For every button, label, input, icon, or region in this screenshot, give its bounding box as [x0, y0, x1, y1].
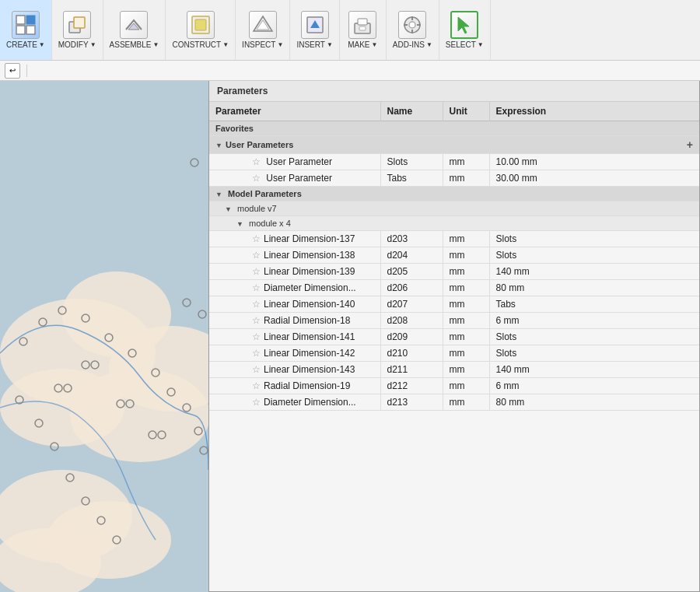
svg-rect-14 [359, 26, 366, 30]
unit-cell-1: mm [443, 247, 489, 264]
star-icon-11[interactable]: ☆ [252, 364, 261, 375]
user-param-row-2[interactable]: ☆ User Parameter Tabs mm 30.00 mm [209, 170, 699, 187]
module-v7-section: ▼ module v7 [209, 201, 699, 216]
toolbar-construct[interactable]: CONSTRUCT ▼ [166, 0, 236, 60]
assemble-icon [120, 11, 148, 39]
param-cell-5: ☆Radial Dimension-18 [209, 313, 380, 329]
module-x4-section: ▼ module x 4 [209, 216, 699, 231]
expr-cell-1: Slots [489, 247, 699, 264]
create-text: CREATE [6, 40, 37, 49]
create-label: CREATE ▼ [6, 40, 45, 49]
table-row[interactable]: ☆Linear Dimension-141 d209 mm Slots [209, 329, 699, 345]
name-cell-10: d213 [380, 394, 443, 411]
inspect-label: INSPECT ▼ [242, 40, 283, 49]
model-params-section: ▼ Model Parameters [209, 187, 699, 201]
unit-cell-2: mm [443, 264, 489, 280]
svg-rect-2 [16, 26, 25, 34]
svg-point-91 [200, 447, 208, 454]
add-user-param-button[interactable]: + [687, 138, 693, 151]
expr-cell-3: 80 mm [489, 280, 699, 296]
toolbar-inspect[interactable]: INSPECT ▼ [236, 0, 290, 60]
addins-arrow: ▼ [426, 41, 432, 48]
toolbar-assemble[interactable]: ASSEMBLE ▼ [103, 0, 166, 60]
modify-icon [63, 11, 91, 39]
table-row[interactable]: ☆Linear Dimension-137 d203 mm Slots [209, 231, 699, 247]
toolbar-create[interactable]: CREATE ▼ [0, 0, 52, 60]
svg-point-117 [183, 299, 191, 307]
unit-cell-5: mm [443, 313, 489, 329]
unit-cell-0: mm [443, 231, 489, 247]
toolbar-insert[interactable]: INSERT ▼ [290, 0, 339, 60]
star-icon-6[interactable]: ☆ [252, 282, 261, 293]
svg-rect-1 [26, 16, 35, 24]
expr-cell-6: Slots [489, 329, 699, 345]
secondary-toolbar: ↩ [0, 61, 700, 81]
param-cell-7: ☆Linear Dimension-142 [209, 345, 380, 362]
star-icon-3[interactable]: ☆ [252, 233, 261, 244]
toolbar-modify[interactable]: MODIFY ▼ [52, 0, 103, 60]
param-cell-10: ☆Diameter Dimension... [209, 394, 380, 411]
param-cell-9: ☆Radial Dimension-19 [209, 378, 380, 394]
make-arrow: ▼ [372, 41, 378, 48]
table-row[interactable]: ☆Linear Dimension-138 d204 mm Slots [209, 247, 699, 264]
toolbar-select[interactable]: SELECT ▼ [439, 0, 491, 60]
toolbar2-divider [26, 65, 27, 77]
star-icon-9[interactable]: ☆ [252, 331, 261, 342]
model-params-chevron: ▼ [215, 191, 222, 198]
param-cell-4: ☆Linear Dimension-140 [209, 296, 380, 313]
table-row[interactable]: ☆Radial Dimension-19 d212 mm 6 mm [209, 378, 699, 394]
select-label: SELECT ▼ [446, 40, 484, 49]
params-table: Parameter Name Unit Expression Favorites… [209, 102, 699, 411]
make-label: MAKE ▼ [348, 40, 377, 49]
svg-point-116 [198, 310, 206, 318]
star-icon-8[interactable]: ☆ [252, 315, 261, 326]
star-icon-12[interactable]: ☆ [252, 380, 261, 391]
table-row[interactable]: ☆Radial Dimension-18 d208 mm 6 mm [209, 313, 699, 329]
insert-text: INSERT [296, 40, 325, 49]
construct-label: CONSTRUCT ▼ [172, 40, 229, 49]
unit-cell-7: mm [443, 345, 489, 362]
star-icon-2[interactable]: ☆ [252, 173, 261, 184]
table-row[interactable]: ☆Diameter Dimension... d206 mm 80 mm [209, 280, 699, 296]
name-cell-2: d205 [380, 264, 443, 280]
svg-rect-18 [411, 30, 413, 33]
star-icon-1[interactable]: ☆ [252, 156, 261, 167]
svg-rect-0 [16, 16, 25, 24]
main-toolbar: CREATE ▼ MODIFY ▼ ASSEMBLE ▼ [0, 0, 700, 61]
insert-label: INSERT ▼ [296, 40, 332, 49]
svg-point-16 [409, 22, 415, 28]
make-text: MAKE [348, 40, 369, 49]
undo-button[interactable]: ↩ [5, 63, 20, 79]
table-row[interactable]: ☆Linear Dimension-142 d210 mm Slots [209, 345, 699, 362]
construct-icon [187, 11, 215, 39]
star-icon-7[interactable]: ☆ [252, 299, 261, 310]
module-x4-chevron: ▼ [236, 220, 243, 228]
modify-arrow: ▼ [90, 41, 96, 48]
user-param-2-expr: 30.00 mm [489, 170, 699, 187]
toolbar-make[interactable]: MAKE ▼ [340, 0, 387, 60]
insert-arrow: ▼ [327, 41, 333, 48]
col-header-unit: Unit [443, 102, 489, 121]
table-row[interactable]: ☆Diameter Dimension... d213 mm 80 mm [209, 394, 699, 411]
toolbar-addins[interactable]: ADD-INS ▼ [387, 0, 439, 60]
inspect-icon [249, 11, 277, 39]
favorites-label: Favorites [209, 121, 699, 136]
star-icon-5[interactable]: ☆ [252, 266, 261, 277]
table-row[interactable]: ☆Linear Dimension-139 d205 mm 140 mm [209, 264, 699, 280]
expr-cell-8: 140 mm [489, 362, 699, 378]
name-cell-1: d204 [380, 247, 443, 264]
user-params-section: ▼User Parameters + [209, 136, 699, 154]
user-param-2-nameval: Tabs [380, 170, 443, 187]
table-row[interactable]: ☆Linear Dimension-140 d207 mm Tabs [209, 296, 699, 313]
user-param-row-1[interactable]: ☆ User Parameter Slots mm 10.00 mm [209, 154, 699, 170]
col-header-parameter: Parameter [209, 102, 380, 121]
user-param-1-name: ☆ User Parameter [209, 154, 380, 170]
star-icon-4[interactable]: ☆ [252, 250, 261, 261]
star-icon-10[interactable]: ☆ [252, 348, 261, 359]
svg-rect-20 [417, 24, 421, 26]
star-icon-13[interactable]: ☆ [252, 397, 261, 408]
table-row[interactable]: ☆Linear Dimension-143 d211 mm 140 mm [209, 362, 699, 378]
modify-label: MODIFY ▼ [58, 40, 96, 49]
unit-cell-8: mm [443, 362, 489, 378]
param-cell-0: ☆Linear Dimension-137 [209, 231, 380, 247]
